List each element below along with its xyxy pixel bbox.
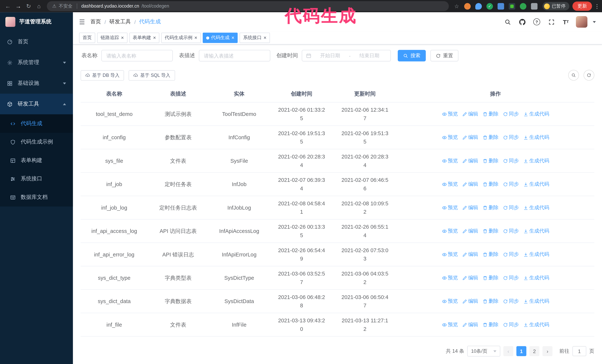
generate-code-action-link[interactable]: 生成代码 bbox=[523, 203, 549, 212]
avatar[interactable] bbox=[576, 16, 587, 28]
edit-action-link[interactable]: 编辑 bbox=[462, 133, 478, 142]
preview-action-link[interactable]: 预览 bbox=[442, 203, 458, 212]
refresh-table-button[interactable] bbox=[584, 70, 594, 81]
extension-icon-5[interactable] bbox=[509, 3, 515, 10]
extension-icon-2[interactable] bbox=[475, 3, 482, 10]
extension-icon-6[interactable] bbox=[520, 3, 526, 10]
preview-action-link[interactable]: 预览 bbox=[442, 297, 458, 305]
address-bar[interactable]: ⚠ 不安全 dashboard.yudao.iocoder.cn/tool/co… bbox=[47, 1, 449, 11]
page-2-button[interactable]: 2 bbox=[529, 346, 539, 356]
sync-action-link[interactable]: 同步 bbox=[503, 250, 519, 259]
toggle-search-button[interactable] bbox=[568, 70, 579, 81]
generate-code-action-link[interactable]: 生成代码 bbox=[523, 133, 549, 142]
table-name-input[interactable] bbox=[101, 50, 173, 61]
delete-action-link[interactable]: 删除 bbox=[482, 110, 498, 118]
github-icon[interactable] bbox=[517, 19, 527, 25]
sync-action-link[interactable]: 同步 bbox=[503, 297, 519, 305]
tab-close-icon[interactable] bbox=[194, 35, 197, 41]
generate-code-action-link[interactable]: 生成代码 bbox=[523, 157, 549, 165]
generate-code-action-link[interactable]: 生成代码 bbox=[523, 180, 549, 188]
tab-codegen-example[interactable]: 代码生成示例 bbox=[161, 32, 201, 43]
sync-action-link[interactable]: 同步 bbox=[503, 227, 519, 235]
delete-action-link[interactable]: 删除 bbox=[482, 157, 498, 165]
sync-action-link[interactable]: 同步 bbox=[503, 110, 519, 118]
sidebar-item-system-api[interactable]: 系统接口 bbox=[0, 170, 73, 188]
preview-action-link[interactable]: 预览 bbox=[442, 250, 458, 259]
chevron-down-icon[interactable] bbox=[593, 21, 596, 23]
delete-action-link[interactable]: 删除 bbox=[482, 133, 498, 142]
breadcrumb-home[interactable]: 首页 bbox=[90, 18, 101, 25]
delete-action-link[interactable]: 删除 bbox=[482, 227, 498, 235]
import-sql-button[interactable]: 基于 SQL 导入 bbox=[129, 70, 175, 80]
import-db-button[interactable]: 基于 DB 导入 bbox=[81, 70, 124, 80]
reload-icon[interactable]: ↻ bbox=[24, 0, 33, 12]
create-time-range-picker[interactable]: 开始日期 - 结束日期 bbox=[302, 50, 391, 61]
extension-icon-1[interactable] bbox=[464, 3, 471, 10]
back-icon[interactable]: ← bbox=[3, 0, 13, 12]
reset-button[interactable]: 重置 bbox=[430, 50, 458, 61]
extensions-puzzle-icon[interactable] bbox=[531, 3, 538, 10]
edit-action-link[interactable]: 编辑 bbox=[462, 157, 478, 165]
sidebar-toggle-button[interactable]: ☰ bbox=[79, 18, 85, 26]
sync-action-link[interactable]: 同步 bbox=[503, 203, 519, 212]
preview-action-link[interactable]: 预览 bbox=[442, 321, 458, 329]
app-logo[interactable]: 芋道管理系统 bbox=[0, 12, 73, 31]
sidebar-item-devtools[interactable]: 研发工具 bbox=[0, 94, 73, 114]
delete-action-link[interactable]: 删除 bbox=[482, 203, 498, 212]
preview-action-link[interactable]: 预览 bbox=[442, 157, 458, 165]
search-button[interactable]: 搜索 bbox=[398, 50, 426, 61]
preview-action-link[interactable]: 预览 bbox=[442, 180, 458, 188]
edit-action-link[interactable]: 编辑 bbox=[462, 297, 478, 305]
edit-action-link[interactable]: 编辑 bbox=[462, 203, 478, 212]
edit-action-link[interactable]: 编辑 bbox=[462, 110, 478, 118]
forward-icon[interactable]: → bbox=[13, 0, 23, 12]
sync-action-link[interactable]: 同步 bbox=[503, 157, 519, 165]
page-size-select[interactable]: 10条/页 bbox=[467, 346, 500, 357]
preview-action-link[interactable]: 预览 bbox=[442, 110, 458, 118]
search-icon[interactable] bbox=[503, 19, 512, 25]
preview-action-link[interactable]: 预览 bbox=[442, 274, 458, 282]
preview-action-link[interactable]: 预览 bbox=[442, 133, 458, 142]
sync-action-link[interactable]: 同步 bbox=[503, 274, 519, 282]
page-jump-input[interactable] bbox=[572, 346, 586, 356]
generate-code-action-link[interactable]: 生成代码 bbox=[523, 250, 549, 259]
tab-close-icon[interactable] bbox=[264, 35, 267, 41]
browser-home-icon[interactable]: ⌂ bbox=[34, 0, 44, 12]
sync-action-link[interactable]: 同步 bbox=[503, 321, 519, 329]
browser-menu-icon[interactable]: ⋮ bbox=[594, 3, 599, 9]
tab-close-icon[interactable] bbox=[231, 35, 234, 41]
breadcrumb-devtools[interactable]: 研发工具 bbox=[109, 18, 131, 25]
generate-code-action-link[interactable]: 生成代码 bbox=[523, 274, 549, 282]
sidebar-item-db-doc[interactable]: 数据库文档 bbox=[0, 188, 73, 207]
delete-action-link[interactable]: 删除 bbox=[482, 321, 498, 329]
next-page-button[interactable]: › bbox=[543, 346, 553, 356]
sync-action-link[interactable]: 同步 bbox=[503, 180, 519, 188]
edit-action-link[interactable]: 编辑 bbox=[462, 227, 478, 235]
extension-icon-4[interactable] bbox=[497, 3, 504, 10]
sidebar-item-codegen[interactable]: 代码生成 bbox=[0, 114, 73, 133]
tab-codegen[interactable]: 代码生成 bbox=[203, 32, 238, 43]
tab-close-icon[interactable] bbox=[121, 35, 124, 41]
font-size-icon[interactable]: TT bbox=[561, 19, 570, 25]
generate-code-action-link[interactable]: 生成代码 bbox=[523, 227, 549, 235]
delete-action-link[interactable]: 删除 bbox=[482, 274, 498, 282]
page-1-button[interactable]: 1 bbox=[516, 346, 527, 356]
prev-page-button[interactable]: ‹ bbox=[503, 346, 513, 356]
paused-badge[interactable]: 已暂停 bbox=[543, 2, 570, 10]
tab-system-api[interactable]: 系统接口 bbox=[240, 32, 270, 43]
help-icon[interactable]: ? bbox=[532, 18, 541, 25]
preview-action-link[interactable]: 预览 bbox=[442, 227, 458, 235]
sidebar-item-codegen-example[interactable]: 代码生成示例 bbox=[0, 133, 73, 151]
delete-action-link[interactable]: 删除 bbox=[482, 297, 498, 305]
tab-home[interactable]: 首页 bbox=[79, 32, 95, 43]
generate-code-action-link[interactable]: 生成代码 bbox=[523, 110, 549, 118]
generate-code-action-link[interactable]: 生成代码 bbox=[523, 297, 549, 305]
bookmark-star-icon[interactable]: ☆ bbox=[452, 0, 462, 12]
edit-action-link[interactable]: 编辑 bbox=[462, 250, 478, 259]
tab-close-icon[interactable] bbox=[153, 35, 156, 41]
edit-action-link[interactable]: 编辑 bbox=[462, 321, 478, 329]
edit-action-link[interactable]: 编辑 bbox=[462, 274, 478, 282]
delete-action-link[interactable]: 删除 bbox=[482, 250, 498, 259]
tab-form-builder[interactable]: 表单构建 bbox=[129, 32, 160, 43]
sidebar-item-form-builder[interactable]: 表单构建 bbox=[0, 151, 73, 170]
